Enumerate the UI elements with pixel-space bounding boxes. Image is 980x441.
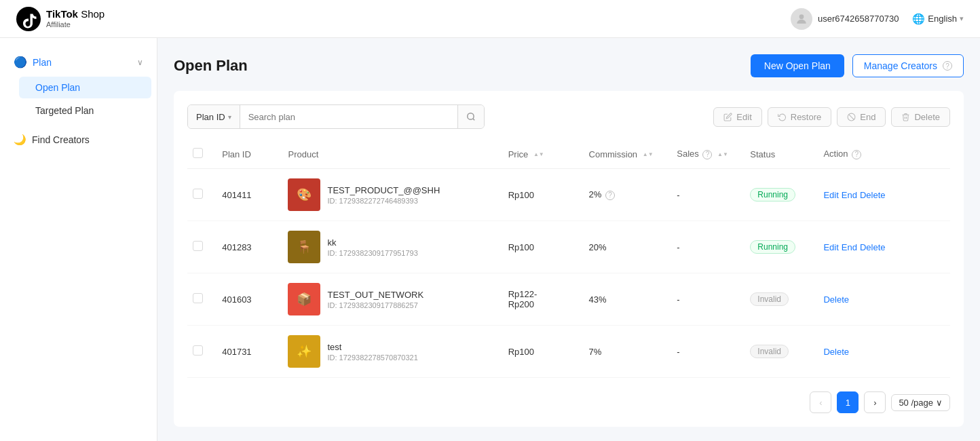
price-sort-icon[interactable]: ▲▼	[533, 152, 544, 157]
manage-creators-button[interactable]: Manage Creators ?	[852, 54, 964, 77]
filter-label: Plan ID	[196, 112, 225, 122]
commission-sort-icon[interactable]: ▲▼	[643, 152, 654, 157]
sidebar-item-find-creators[interactable]: 🌙 Find Creators	[0, 127, 157, 153]
end-action-link[interactable]: End	[842, 242, 857, 252]
commission-cell: 20%	[584, 221, 672, 273]
edit-button[interactable]: Edit	[713, 107, 761, 127]
sales-cell: -	[671, 221, 745, 273]
delete-button[interactable]: Delete	[891, 107, 950, 127]
row-checkbox-cell	[187, 326, 216, 378]
manage-creators-help-icon: ?	[943, 61, 952, 71]
product-name: kk	[327, 237, 417, 248]
status-badge: Running	[750, 188, 795, 202]
product-name: TEST_OUT_NETWORK	[327, 290, 423, 300]
product-thumbnail: 🪑	[288, 231, 320, 263]
select-all-checkbox[interactable]	[193, 148, 203, 158]
delete-label: Delete	[914, 112, 940, 122]
row-checkbox[interactable]	[193, 345, 203, 356]
page-size-selector[interactable]: 50 /page ∨	[891, 394, 950, 411]
plans-table: Plan ID Product Price ▲▼ Commission	[187, 140, 950, 378]
product-cell: ✨ test ID: 1729382278570870321	[282, 326, 502, 378]
th-sales: Sales ? ▲▼	[671, 140, 745, 169]
product-id: ID: 1729382309177886257	[327, 301, 423, 309]
header-right: user6742658770730 🌐 English ▾	[791, 8, 964, 30]
sidebar: 🔵 Plan ∨ Open Plan Targeted Plan 🌙 Find …	[0, 38, 157, 441]
th-commission: Commission ▲▼	[584, 140, 672, 169]
search-input[interactable]	[240, 105, 457, 128]
status-cell: Invalid	[745, 326, 818, 378]
sidebar-plan-label: Plan	[33, 57, 52, 68]
table-row: 401731 ✨ test ID: 1729382278570870321 Rp…	[187, 326, 950, 378]
sidebar-plan-submenu: Open Plan Targeted Plan	[0, 77, 157, 121]
th-checkbox	[187, 140, 216, 169]
pagination-prev-button[interactable]: ‹	[810, 391, 831, 413]
language-label: English	[928, 14, 957, 24]
language-selector[interactable]: 🌐 English ▾	[912, 13, 964, 25]
row-checkbox[interactable]	[193, 189, 203, 199]
end-action-link[interactable]: End	[842, 190, 857, 200]
sales-sort-icon[interactable]: ▲▼	[717, 152, 728, 157]
plan-arrow-icon: ∨	[137, 58, 143, 67]
product-thumbnail: 🎨	[288, 178, 320, 211]
end-button[interactable]: End	[837, 107, 886, 127]
product-info: TEST_OUT_NETWORK ID: 1729382309177886257	[327, 290, 423, 309]
sales-cell: -	[671, 169, 745, 221]
svg-point-1	[799, 14, 804, 19]
row-checkbox[interactable]	[193, 293, 203, 303]
plan-icon: 🔵	[14, 56, 27, 69]
page-size-label: 50 /page	[899, 398, 933, 408]
action-help-icon[interactable]: ?	[852, 150, 861, 159]
end-label: End	[860, 112, 875, 122]
commission-help-icon[interactable]: ?	[605, 191, 615, 200]
status-cell: Running	[745, 221, 818, 273]
status-badge: Running	[750, 240, 795, 254]
th-price: Price ▲▼	[503, 140, 584, 169]
new-open-plan-button[interactable]: New Open Plan	[751, 54, 844, 77]
pagination-page-1[interactable]: 1	[837, 391, 859, 413]
status-cell: Running	[745, 169, 818, 221]
row-checkbox[interactable]	[193, 241, 203, 251]
sidebar-item-plan[interactable]: 🔵 Plan ∨	[0, 49, 157, 75]
sidebar-item-open-plan[interactable]: Open Plan	[19, 77, 151, 98]
main-content: Open Plan New Open Plan Manage Creators …	[157, 38, 980, 441]
username: user6742658770730	[818, 14, 899, 24]
product-cell: 🎨 TEST_PRODUCT_@@SHH ID: 172938227274648…	[282, 169, 502, 221]
content-card: Plan ID ▾ Edit Restore	[174, 91, 964, 427]
table-wrap: Plan ID Product Price ▲▼ Commission	[187, 140, 950, 378]
product-name: TEST_PRODUCT_@@SHH	[327, 185, 440, 195]
search-button[interactable]	[457, 105, 484, 128]
delete-icon	[901, 113, 910, 121]
table-row: 401411 🎨 TEST_PRODUCT_@@SHH ID: 17293822…	[187, 169, 950, 221]
toolbar: Plan ID ▾ Edit Restore	[187, 104, 950, 129]
table-row: 401603 📦 TEST_OUT_NETWORK ID: 1729382309…	[187, 273, 950, 326]
th-product: Product	[282, 140, 502, 169]
edit-action-link[interactable]: Edit	[823, 190, 838, 200]
delete-action-link[interactable]: Delete	[860, 190, 886, 200]
restore-button[interactable]: Restore	[768, 107, 832, 127]
header: TikTok Shop Affiliate user6742658770730 …	[0, 0, 980, 38]
price-cell: Rp100	[503, 221, 584, 273]
price-cell: Rp122- Rp200	[503, 273, 584, 326]
layout: 🔵 Plan ∨ Open Plan Targeted Plan 🌙 Find …	[0, 38, 980, 441]
svg-point-2	[467, 113, 473, 119]
plan-id-filter[interactable]: Plan ID ▾	[188, 105, 240, 128]
th-plan-id: Plan ID	[216, 140, 282, 169]
product-thumbnail: ✨	[288, 335, 320, 368]
delete-action-link[interactable]: Delete	[823, 347, 849, 357]
edit-action-link[interactable]: Edit	[823, 242, 838, 252]
sales-cell: -	[671, 273, 745, 326]
page-header: Open Plan New Open Plan Manage Creators …	[174, 54, 964, 77]
row-checkbox-cell	[187, 169, 216, 221]
sidebar-item-targeted-plan[interactable]: Targeted Plan	[19, 100, 151, 121]
svg-line-3	[472, 119, 474, 121]
pagination-next-button[interactable]: ›	[864, 391, 886, 413]
logo-brand: TikTok Shop	[46, 8, 105, 20]
product-cell: 🪑 kk ID: 1729382309177951793	[282, 221, 502, 273]
user-info: user6742658770730	[791, 8, 899, 30]
sales-help-icon[interactable]: ?	[702, 150, 712, 159]
status-badge: Invalid	[750, 345, 789, 358]
delete-action-link[interactable]: Delete	[823, 294, 849, 305]
delete-action-link[interactable]: Delete	[860, 242, 886, 252]
product-id: ID: 1729382309177951793	[327, 249, 417, 257]
action-cell: EditEndDelete	[818, 169, 950, 221]
